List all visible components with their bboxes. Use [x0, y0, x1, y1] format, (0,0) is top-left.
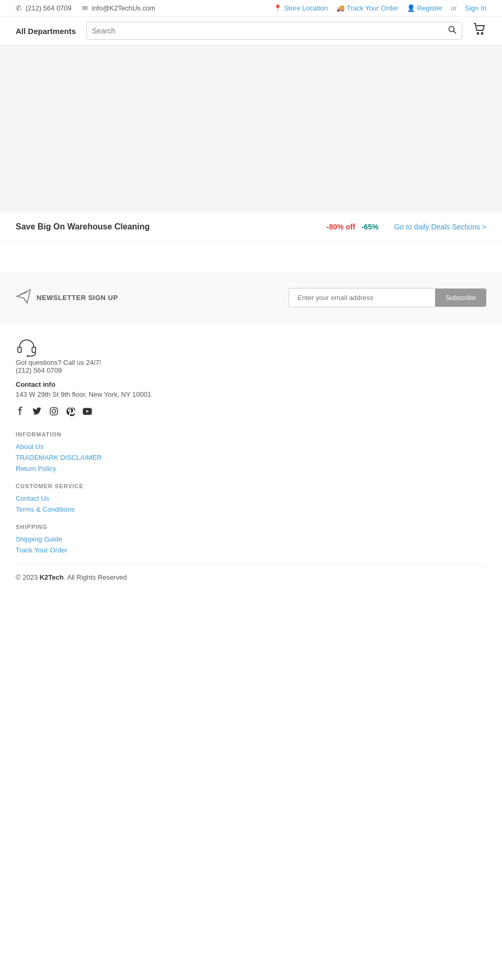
svg-rect-10 [50, 408, 58, 415]
footer-customer-service-section: CUSTOMER SERVICE Contact Us Terms & Cond… [16, 483, 486, 513]
footer-trademark-disclaimer-link[interactable]: TRADEMARK DISCLAIMER [16, 454, 486, 462]
footer-call-text: Got questions? Call us 24/7! [16, 359, 486, 366]
badge-65off: -65% [361, 223, 379, 231]
all-departments-label[interactable]: All Departments [16, 27, 76, 36]
cart-button[interactable] [473, 22, 486, 39]
nav-bar: All Departments [0, 17, 502, 45]
footer-contact: Got questions? Call us 24/7! (212) 564 0… [16, 338, 486, 398]
youtube-icon[interactable] [83, 407, 92, 419]
pin-icon: 📍 [273, 4, 282, 12]
newsletter-section: NEWSLETTER SIGN UP Subscribe [0, 273, 502, 322]
subscribe-button[interactable]: Subscribe [435, 289, 486, 307]
track-order-link[interactable]: 🚚 Track Your Order [336, 4, 398, 12]
footer-copyright: © 2023 K2Tech. All Rights Reserved [16, 564, 486, 581]
footer-information-section: INFORMATION About Us TRADEMARK DISCLAIME… [16, 431, 486, 472]
email-contact: ✉ info@K2TechUs.com [82, 4, 155, 12]
svg-rect-7 [18, 347, 21, 352]
badge-80off: -80% off [327, 223, 355, 231]
search-button[interactable] [448, 26, 457, 36]
newsletter-label: NEWSLETTER SIGN UP [37, 294, 118, 302]
footer-shipping-guide-link[interactable]: Shipping Guide [16, 535, 486, 543]
brand-name: K2Tech [40, 573, 64, 581]
deals-link[interactable]: Go to daily Deals Sections > [394, 223, 486, 231]
footer-contact-info-label: Contact info [16, 381, 486, 388]
svg-line-1 [454, 31, 457, 34]
svg-marker-4 [17, 290, 30, 303]
footer-track-order-link[interactable]: Track Your Order [16, 546, 486, 554]
deals-title: Save Big On Warehouse Cleaning [16, 222, 311, 232]
footer: Got questions? Call us 24/7! (212) 564 0… [0, 322, 502, 592]
search-bar [86, 22, 462, 40]
deals-badges: -80% off -65% [327, 223, 379, 231]
svg-point-11 [52, 410, 56, 413]
search-icon [448, 26, 457, 34]
svg-line-5 [24, 298, 27, 303]
newsletter-right: Subscribe [289, 288, 486, 307]
hero-banner [0, 45, 502, 213]
footer-customer-title: CUSTOMER SERVICE [16, 483, 486, 489]
search-input[interactable] [92, 27, 444, 35]
footer-contact-us-link[interactable]: Contact Us [16, 494, 486, 502]
store-location-link[interactable]: 📍 Store Location [273, 4, 328, 12]
svg-point-9 [27, 355, 28, 357]
newsletter-left: NEWSLETTER SIGN UP [16, 289, 118, 307]
footer-shipping-section: SHIPPING Shipping Guide Track Your Order [16, 524, 486, 554]
svg-line-6 [17, 292, 27, 296]
svg-rect-8 [32, 347, 36, 352]
phone-number: (212) 564 0709 [26, 4, 72, 12]
email-icon: ✉ [82, 4, 88, 12]
instagram-icon[interactable] [49, 407, 59, 419]
top-bar-right: 📍 Store Location 🚚 Track Your Order 👤 Re… [273, 4, 486, 12]
newsletter-icon [16, 289, 31, 307]
top-bar: ✆ (212) 564 0709 ✉ info@K2TechUs.com 📍 S… [0, 0, 502, 17]
deals-section: Save Big On Warehouse Cleaning -80% off … [0, 213, 502, 241]
footer-phone: (212) 564 0709 [16, 366, 486, 374]
user-icon: 👤 [407, 4, 415, 12]
product-area [0, 241, 502, 273]
svg-point-12 [55, 409, 56, 410]
newsletter-email-input[interactable] [289, 288, 435, 307]
footer-terms-conditions-link[interactable]: Terms & Conditions [16, 505, 486, 513]
svg-point-2 [477, 33, 479, 34]
phone-contact: ✆ (212) 564 0709 [16, 4, 72, 12]
email-address: info@K2TechUs.com [92, 4, 155, 12]
sign-in-link[interactable]: Sign In [465, 4, 486, 12]
truck-icon: 🚚 [336, 4, 345, 12]
or-separator: or [451, 4, 457, 12]
footer-address: 143 W 29th St 9th floor, New York, NY 10… [16, 390, 486, 398]
svg-point-3 [482, 33, 483, 34]
cart-icon [473, 22, 486, 36]
copyright-text: © 2023 K2Tech. All Rights Reserved [16, 573, 127, 581]
pinterest-icon[interactable] [66, 407, 75, 419]
svg-point-0 [449, 27, 454, 32]
footer-about-us-link[interactable]: About Us [16, 443, 486, 451]
twitter-icon[interactable] [32, 407, 42, 419]
phone-icon: ✆ [16, 4, 21, 12]
register-link[interactable]: 👤 Register [407, 4, 442, 12]
footer-info-title: INFORMATION [16, 431, 486, 437]
social-icons [16, 407, 486, 419]
footer-return-policy-link[interactable]: Return Policy [16, 465, 486, 472]
headset-icon [16, 338, 38, 357]
top-bar-left: ✆ (212) 564 0709 ✉ info@K2TechUs.com [16, 4, 155, 12]
facebook-icon[interactable] [16, 407, 25, 419]
footer-shipping-title: SHIPPING [16, 524, 486, 530]
